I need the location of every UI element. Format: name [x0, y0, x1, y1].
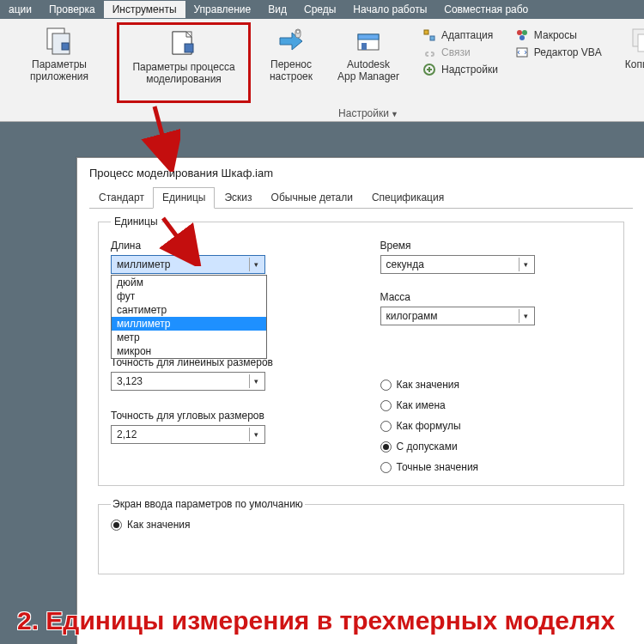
migrate-icon [276, 26, 306, 55]
addins-button[interactable]: Надстройки [419, 62, 501, 77]
process-dialog: Процесс моделирования Шкаф.iam Стандарт … [76, 157, 644, 644]
copy-label: Копиро [625, 58, 644, 70]
length-dropdown: дюйм фут сантиметр миллиметр метр микрон [111, 275, 267, 359]
tab-inspect[interactable]: Проверка [40, 1, 104, 18]
svg-rect-11 [430, 36, 434, 40]
group-copy: Копиро [614, 21, 644, 121]
chevron-down-icon: ▾ [249, 258, 263, 271]
units-legend: Единицы [111, 216, 161, 228]
mass-combo[interactable]: килограмм▾ [380, 307, 535, 325]
app-params-button[interactable]: Параметры приложения [12, 22, 106, 103]
svg-rect-18 [638, 34, 644, 52]
chevron-down-icon: ▾ [519, 309, 532, 323]
svg-rect-2 [62, 43, 69, 50]
svg-point-6 [296, 30, 300, 33]
opt-foot[interactable]: фут [112, 289, 266, 303]
time-label: Время [380, 240, 612, 252]
appmgr-button[interactable]: Autodesk App Manager [331, 22, 405, 103]
default-param-legend: Экран ввода параметров по умолчанию [111, 498, 305, 510]
prec-angular-combo[interactable]: 2,12▾ [111, 425, 265, 444]
macros-icon [515, 28, 529, 42]
migrate-label: Перенос настроек [261, 58, 321, 82]
opt-cm[interactable]: сантиметр [112, 303, 266, 317]
chevron-down-icon: ▾ [519, 258, 532, 271]
adaptation-button[interactable]: Адаптация [419, 27, 501, 43]
svg-rect-10 [424, 30, 428, 34]
group-appmgr: Autodesk App Manager Настройки▼ [326, 21, 410, 121]
opt-inch[interactable]: дюйм [112, 276, 266, 289]
group-macro: Макросы Редактор VBA [507, 21, 611, 121]
length-label: Длина [111, 240, 343, 252]
tab-manage[interactable]: Управление [185, 1, 260, 18]
appmgr-label1: Autodesk [347, 58, 390, 70]
radio-default-as-values[interactable]: Как значения [111, 519, 611, 531]
annotation-caption: 2. Единицы измерения в трехмерных моделя… [17, 606, 635, 636]
opt-mm[interactable]: миллиметр [112, 317, 266, 331]
tab-environments[interactable]: Среды [295, 1, 344, 18]
group-process-params: Параметры процесса моделирования [112, 21, 256, 121]
radio-as-values[interactable]: Как значения [380, 379, 612, 391]
prec-angular-label: Точность для угловых размеров [111, 410, 343, 422]
store-icon [354, 26, 383, 55]
svg-point-13 [517, 30, 522, 35]
links-button: Связи [419, 45, 501, 60]
dialog-content: Единицы Длина миллиметр ▾ дюйм фут санти… [77, 209, 644, 581]
ribbon-panel: Параметры приложения Параметры процесса … [0, 19, 644, 122]
dialog-title: Процесс моделирования Шкаф.iam [77, 158, 644, 186]
tab-bom[interactable]: Спецификация [362, 187, 453, 209]
tab-common-parts[interactable]: Обычные детали [262, 187, 362, 209]
svg-point-15 [519, 35, 525, 40]
chevron-down-icon: ▾ [249, 374, 263, 388]
copy-button[interactable]: Копиро [619, 22, 644, 103]
group-app-params: Параметры приложения [7, 21, 112, 121]
default-param-fieldset: Экран ввода параметров по умолчанию Как … [98, 498, 624, 574]
links-icon [422, 46, 436, 59]
group-migrate: Перенос настроек [256, 21, 326, 121]
radio-as-formulas[interactable]: Как формулы [380, 420, 612, 432]
process-params-button[interactable]: Параметры процесса моделирования [117, 22, 251, 103]
tab-tools[interactable]: Инструменты [104, 1, 185, 18]
vba-icon [515, 46, 529, 59]
units-fieldset: Единицы Длина миллиметр ▾ дюйм фут санти… [98, 216, 624, 486]
svg-rect-8 [358, 34, 379, 39]
chevron-down-icon: ▾ [249, 428, 263, 441]
opt-micron[interactable]: микрон [112, 344, 266, 358]
tab-getstarted[interactable]: Начало работы [344, 1, 435, 18]
radio-exact-values[interactable]: Точные значения [380, 461, 612, 473]
svg-rect-16 [517, 48, 527, 57]
vba-button[interactable]: Редактор VBA [512, 45, 605, 60]
tab-view[interactable]: Вид [259, 1, 295, 18]
ribbon-tabs: ации Проверка Инструменты Управление Вид… [0, 0, 644, 19]
svg-rect-4 [185, 44, 193, 52]
process-params-icon [169, 28, 198, 58]
prec-linear-combo[interactable]: 3,123▾ [111, 372, 265, 391]
opt-m[interactable]: метр [112, 331, 266, 344]
addins-icon [422, 63, 436, 76]
mass-label: Масса [380, 291, 612, 303]
radio-as-names[interactable]: Как имена [380, 399, 612, 411]
time-combo[interactable]: секунда▾ [380, 255, 535, 274]
appmgr-label2: App Manager [337, 70, 399, 82]
app-params-label: Параметры приложения [12, 58, 106, 82]
tab-collab[interactable]: Совместная рабо [435, 1, 537, 18]
dialog-tabbar: Стандарт Единицы Эскиз Обычные детали Сп… [89, 186, 633, 209]
svg-rect-9 [361, 43, 367, 50]
macros-button[interactable]: Макросы [512, 27, 605, 43]
length-value: миллиметр [117, 258, 170, 270]
svg-point-14 [522, 30, 527, 35]
adapt-icon [422, 28, 436, 42]
process-params-label: Параметры процесса моделирования [119, 61, 248, 85]
tab-units[interactable]: Единицы [153, 187, 216, 209]
tab-partial-left[interactable]: ации [0, 1, 40, 18]
tab-standard[interactable]: Стандарт [89, 187, 154, 209]
group-options: Адаптация Связи Надстройки [414, 21, 507, 121]
app-params-icon [45, 26, 74, 55]
copy-icon [628, 26, 644, 55]
settings-caption[interactable]: Настройки▼ [326, 107, 410, 121]
radio-with-tolerances[interactable]: С допусками [380, 440, 612, 453]
length-combo[interactable]: миллиметр ▾ дюйм фут сантиметр миллиметр… [111, 255, 265, 274]
tab-sketch[interactable]: Эскиз [215, 187, 261, 209]
migrate-button[interactable]: Перенос настроек [261, 22, 321, 103]
